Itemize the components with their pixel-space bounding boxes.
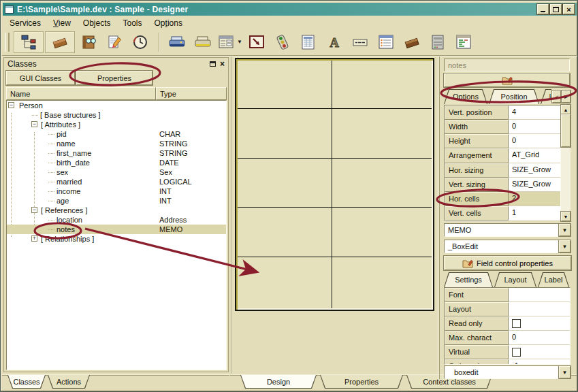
field-type-dropdown[interactable]: MEMO ▼ [444, 223, 571, 237]
tab-gui-classes[interactable]: GUI Classes [6, 71, 75, 85]
tab-scroll-right-icon[interactable]: ► [562, 91, 571, 103]
toolbar-drag-handle[interactable] [5, 33, 10, 52]
toolbar-button-book-search[interactable] [76, 31, 101, 53]
float-panel-icon[interactable] [210, 61, 216, 67]
property-value[interactable]: -1 [509, 359, 570, 365]
tree-expander-collapse-icon[interactable]: − [31, 121, 37, 127]
dropdown-arrow-icon[interactable]: ▼ [559, 224, 571, 236]
property-value[interactable] [509, 302, 570, 316]
tab-properties[interactable]: Properties [76, 71, 152, 85]
property-value[interactable]: 0 [509, 134, 560, 148]
tree-item-type: INT [159, 196, 172, 206]
dropdown-arrow-icon[interactable]: ▼ [559, 240, 571, 252]
tree-item-married[interactable]: marriedLOGICAL [7, 177, 226, 186]
property-value[interactable]: 0 [509, 120, 560, 134]
tree-item-income[interactable]: incomeINT [7, 186, 226, 196]
tree-item-person[interactable]: −Person [7, 101, 226, 110]
toolbar-button-font[interactable]: A [322, 31, 347, 53]
toolbar-button-eraser[interactable] [45, 31, 75, 53]
toolbar-button-text-control[interactable] [348, 31, 372, 53]
toolbar-button-data-table[interactable] [296, 31, 321, 53]
tree-item-sex[interactable]: sexSex [7, 167, 226, 177]
menu-item-view[interactable]: View [47, 17, 77, 29]
tree-expander-collapse-icon[interactable]: − [31, 207, 37, 213]
toolbar-button-printer-yellow[interactable] [191, 31, 215, 53]
property-value[interactable]: AT_Grid [509, 148, 560, 163]
tab-options[interactable]: Options [444, 89, 487, 104]
tree-item-name[interactable]: nameSTRING [7, 139, 226, 148]
tab-actions[interactable]: Actions [48, 375, 90, 389]
property-value[interactable] [509, 345, 570, 359]
property-value[interactable]: 0 [509, 331, 570, 345]
property-row-max-charact: Max. charact0 [445, 331, 570, 345]
toolbar-button-form-window[interactable]: ▼ [216, 31, 243, 53]
checkbox-read-only[interactable] [512, 319, 521, 328]
toolbar-button-edit-document[interactable] [102, 31, 127, 53]
toolbar-button-class-hierarchy[interactable] [14, 31, 44, 53]
property-row-font: Font [445, 288, 570, 302]
edit-field-button[interactable] [444, 74, 570, 87]
scroll-up-icon[interactable]: ▲ [561, 105, 571, 114]
toolbar-button-printer-blue[interactable] [165, 31, 189, 53]
tree-item-notes[interactable]: notesMEMO [7, 225, 226, 234]
tree-item-location[interactable]: locationAddress [7, 215, 226, 225]
tab-properties[interactable]: Properties [320, 375, 403, 389]
tab-context-classes[interactable]: Context classes [406, 375, 492, 389]
toolbar-dropdown-arrow-icon[interactable]: ▼ [237, 39, 242, 45]
tab-scroll-left-icon[interactable]: ◄ [552, 91, 561, 103]
menu-item-objects[interactable]: Objects [77, 17, 117, 29]
classes-panel: Classes × GUI ClassesProperties Name Typ… [3, 57, 229, 372]
close-button[interactable]: × [563, 4, 575, 14]
toolbar-button-color-flag[interactable] [270, 31, 295, 53]
tab-lab[interactable]: lab [541, 89, 551, 104]
maximize-button[interactable] [550, 4, 562, 14]
tree-item-birth-date[interactable]: birth_dateDATE [7, 158, 226, 167]
property-value[interactable]: 2 [509, 192, 560, 206]
tree-item-first-name[interactable]: first_nameSTRING [7, 148, 226, 158]
tree-expander-collapse-icon[interactable]: − [8, 102, 14, 108]
property-value[interactable]: SIZE_Grow [509, 163, 560, 178]
menu-item-options[interactable]: Options [148, 17, 189, 29]
tree-expander-expand-icon[interactable]: + [31, 235, 37, 242]
checkbox-virtual[interactable] [512, 348, 521, 357]
toolbar-button-code-window[interactable] [451, 31, 476, 53]
tab-label: Properties [320, 375, 403, 389]
tab-position[interactable]: Position [489, 89, 539, 104]
tree-item-attributes[interactable]: −[ Attributes ] [7, 120, 226, 129]
tab-label[interactable]: Label [538, 272, 569, 287]
tab-settings[interactable]: Settings [444, 272, 493, 287]
toolbar-button-preview-window[interactable] [244, 31, 269, 53]
tree-item-base-structures[interactable]: [ Base structures ] [7, 110, 226, 120]
toolbar-button-list-window[interactable] [374, 31, 398, 53]
tree-item-age[interactable]: ageINT [7, 196, 226, 206]
tab-classes[interactable]: Classes [7, 375, 46, 389]
tab-design[interactable]: Design [240, 375, 317, 389]
property-value[interactable]: SIZE_Grow [509, 178, 560, 192]
tree-item-relationships[interactable]: +[ Relationships ] [7, 234, 226, 244]
menu-item-services[interactable]: Services [3, 17, 47, 29]
toolbar-button-server[interactable] [426, 31, 450, 53]
property-value[interactable]: 1 [509, 206, 560, 220]
tab-layout[interactable]: Layout [494, 272, 536, 287]
control-type-dropdown[interactable]: _BoxEdit ▼ [444, 240, 571, 253]
property-value[interactable] [509, 288, 570, 302]
form-canvas[interactable] [235, 58, 434, 311]
control-settings-tabs: SettingsLayoutLabel [444, 272, 571, 287]
property-value[interactable]: 4 [509, 105, 560, 120]
scroll-down-icon[interactable]: ▼ [561, 212, 571, 221]
close-panel-icon[interactable]: × [220, 61, 225, 67]
column-header-type[interactable]: Type [156, 87, 227, 100]
menu-item-tools[interactable]: Tools [117, 17, 148, 29]
minimize-button[interactable] [537, 4, 549, 14]
tab-label: Actions [48, 375, 90, 389]
property-grid-scrollbar[interactable]: ▲ ▼ [561, 105, 571, 221]
tree-item-pid[interactable]: pidCHAR [7, 129, 226, 139]
property-value[interactable] [509, 316, 570, 331]
tree-item-references[interactable]: −[ References ] [7, 206, 226, 215]
column-header-name[interactable]: Name [6, 87, 156, 100]
field-control-properties-button[interactable]: Field control properties [444, 256, 571, 270]
dropdown-arrow-icon[interactable]: ▼ [559, 366, 571, 378]
scrollbar-thumb[interactable] [561, 114, 571, 147]
toolbar-button-eraser-dark[interactable] [400, 31, 424, 53]
toolbar-button-history-clock[interactable] [128, 31, 152, 53]
